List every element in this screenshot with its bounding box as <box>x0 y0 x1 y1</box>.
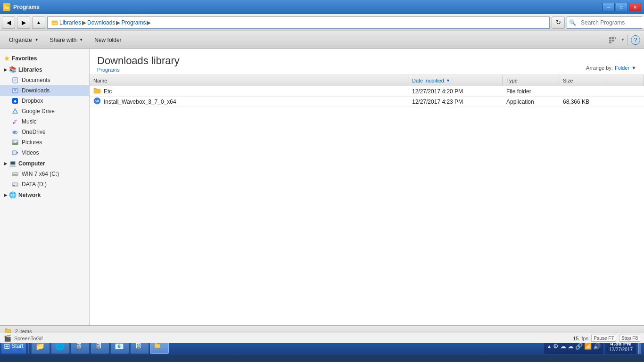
breadcrumb-sep3: ▶ <box>147 19 151 26</box>
sidebar-favorites-header[interactable]: ★ Favorites <box>0 53 89 64</box>
col-date-modified[interactable]: Date modified ▼ <box>408 75 503 86</box>
taskbar-programs-icon <box>154 343 161 349</box>
etc-name: Etc <box>104 88 112 95</box>
breadcrumb-item1[interactable] <box>51 19 59 26</box>
svg-rect-2 <box>4 7 9 9</box>
change-view-button[interactable] <box>606 33 619 47</box>
pause-button[interactable]: Pause F7 <box>591 335 616 342</box>
col-type-label: Type <box>506 78 518 83</box>
up-button[interactable]: ▲ <box>32 16 45 29</box>
triangle-icon: ▶ <box>4 67 7 72</box>
svg-rect-30 <box>13 174 17 175</box>
address-breadcrumb[interactable]: Libraries ▶ Downloads ▶ Programs ▶ <box>47 16 550 29</box>
address-bar: ◀ ▶ ▲ Libraries ▶ Downloads ▶ Programs ▶… <box>0 14 644 31</box>
content-header: Downloads library Programs Arrange by: F… <box>90 49 644 75</box>
search-input[interactable] <box>578 17 644 28</box>
svg-point-31 <box>17 174 17 175</box>
breadcrumb-label-libraries[interactable]: Libraries <box>59 19 81 26</box>
title-controls: ─ □ ✕ <box>603 3 641 11</box>
share-with-button[interactable]: Share with ▼ <box>45 33 89 47</box>
sidebar-network-label: Network <box>18 192 41 198</box>
computer-icon: 💻 <box>9 160 17 167</box>
tray-signal-icon[interactable]: 📶 <box>584 343 592 350</box>
help-button[interactable]: ? <box>631 35 640 45</box>
etc-date: 12/27/2017 4:20 PM <box>408 86 503 96</box>
breadcrumb-label-programs[interactable]: Programs <box>121 19 146 26</box>
view-icon <box>609 36 616 44</box>
minimize-button[interactable]: ─ <box>603 3 615 11</box>
music-label: Music <box>22 118 36 125</box>
sidebar-item-music[interactable]: Music <box>0 116 89 127</box>
network-icon: 🌐 <box>9 191 17 198</box>
stop-button[interactable]: Stop F8 <box>619 335 640 342</box>
google-drive-icon <box>11 107 19 115</box>
new-folder-button[interactable]: New folder <box>89 33 126 47</box>
file-row-wavebox[interactable]: W Install_Wavebox_3_7_0_x64 12/27/2017 4… <box>90 97 644 107</box>
view-dropdown-arrow[interactable]: ▼ <box>621 38 625 42</box>
breadcrumb-label-downloads[interactable]: Downloads <box>87 19 115 26</box>
c-drive-label: WIN 7 x64 (C:) <box>22 171 59 177</box>
sidebar-item-c-drive[interactable]: WIN 7 x64 (C:) <box>0 169 89 179</box>
back-button[interactable]: ◀ <box>2 16 15 29</box>
col-size[interactable]: Size <box>559 75 606 86</box>
wavebox-extra <box>606 97 644 107</box>
sidebar-network-header[interactable]: ▶ 🌐 Network <box>0 189 89 200</box>
svg-rect-33 <box>13 185 15 186</box>
forward-button[interactable]: ▶ <box>17 16 30 29</box>
library-subtitle[interactable]: Programs <box>97 67 180 73</box>
wavebox-date: 12/27/2017 4:23 PM <box>408 97 503 107</box>
etc-type: File folder <box>503 86 559 96</box>
col-name-label: Name <box>93 78 107 83</box>
svg-point-24 <box>13 131 16 133</box>
svg-rect-6 <box>612 37 614 39</box>
triangle3-icon: ▶ <box>4 193 7 197</box>
tray-cloud-icon[interactable]: ☁ <box>560 343 566 350</box>
sidebar-item-pictures[interactable]: Pictures <box>0 137 89 148</box>
sidebar-libraries-header[interactable]: ▶ 📚 Libraries <box>0 64 89 75</box>
star-icon: ★ <box>4 55 10 62</box>
sidebar-item-dropbox[interactable]: ◆ Dropbox <box>0 96 89 106</box>
tray-cloud2-icon[interactable]: ☁ <box>568 343 574 350</box>
title-bar-left: Programs <box>3 3 40 11</box>
breadcrumb-sep2: ▶ <box>116 19 120 26</box>
downloads-label: Downloads <box>22 87 50 94</box>
col-name[interactable]: Name <box>90 75 408 86</box>
screentogif-bar: 🎬 ScreenToGif 15 fps Pause F7 Stop F8 <box>0 333 644 343</box>
content-area: Downloads library Programs Arrange by: F… <box>90 49 644 325</box>
arrange-by-dropdown[interactable]: ▼ <box>631 65 636 71</box>
sidebar-item-onedrive[interactable]: OneDrive <box>0 127 89 137</box>
sidebar-item-d-drive[interactable]: DATA (D:) <box>0 179 89 189</box>
tray-volume-icon[interactable]: 🔊 <box>593 343 601 350</box>
svg-point-34 <box>17 185 17 186</box>
close-button[interactable]: ✕ <box>629 3 641 11</box>
file-row-etc[interactable]: Etc 12/27/2017 4:20 PM File folder <box>90 86 644 97</box>
sidebar-computer-header[interactable]: ▶ 💻 Computer <box>0 158 89 169</box>
sidebar-item-videos[interactable]: Videos <box>0 148 89 158</box>
sidebar-item-downloads[interactable]: Downloads <box>0 85 89 96</box>
tray-network2-icon[interactable]: 🔗 <box>575 343 583 350</box>
videos-icon <box>11 149 19 156</box>
refresh-button[interactable]: ↻ <box>552 16 565 29</box>
wavebox-name: Install_Wavebox_3_7_0_x64 <box>104 99 176 105</box>
clock-date: 12/27/2017 <box>609 347 633 352</box>
sidebar-item-documents[interactable]: Documents <box>0 75 89 85</box>
sidebar-item-google-drive[interactable]: Google Drive <box>0 106 89 116</box>
organize-label: Organize <box>9 37 32 43</box>
toolbar-right: ▼ ? <box>606 33 640 47</box>
svg-point-20 <box>13 122 15 124</box>
toolbar-separator <box>627 34 628 46</box>
col-type[interactable]: Type <box>503 75 559 86</box>
organize-button[interactable]: Organize ▼ <box>4 33 44 47</box>
fps-value: 15 <box>573 336 578 341</box>
arrange-by-value[interactable]: Folder <box>615 65 629 71</box>
downloads-icon <box>11 87 19 94</box>
col-date-label: Date modified <box>412 78 444 83</box>
app-icon: W <box>93 97 101 106</box>
share-with-label: Share with <box>50 37 77 43</box>
maximize-button[interactable]: □ <box>616 3 628 11</box>
search-box-area: 🔍 <box>567 16 642 29</box>
sidebar-libraries-label: Libraries <box>18 66 42 73</box>
tray-settings-icon[interactable]: ⚙ <box>553 343 559 350</box>
tray-up-arrow[interactable]: ▲ <box>547 344 552 349</box>
wavebox-type: Application <box>503 97 559 107</box>
